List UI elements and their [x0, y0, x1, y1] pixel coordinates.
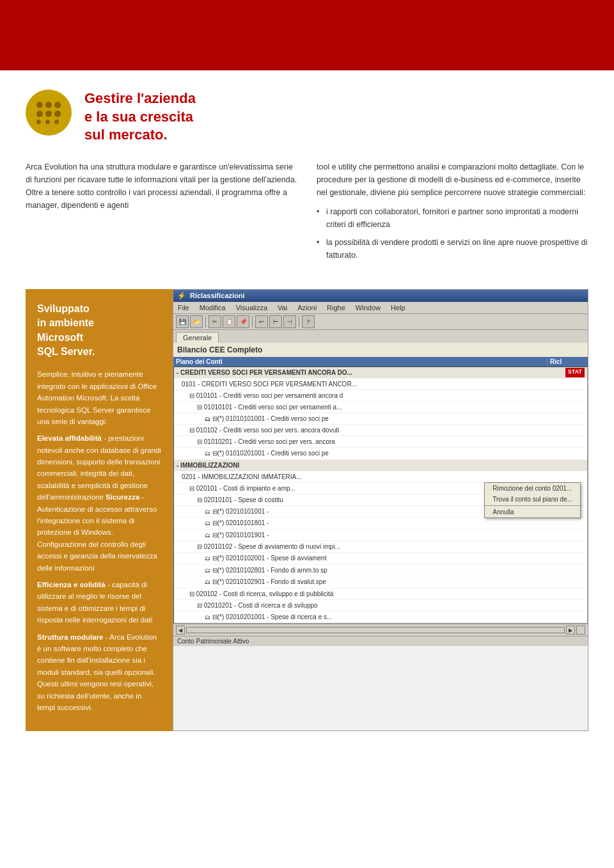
term-4: Struttura modulare: [37, 633, 104, 641]
logo-dot: [36, 111, 43, 117]
tree-row: 0201 - IMMOBILIZZAZIONI IMMATERIA...: [174, 471, 587, 483]
tab-generale[interactable]: Generale: [176, 332, 219, 343]
logo-dot: [54, 111, 61, 117]
toolbar-cut[interactable]: ✂: [209, 315, 221, 328]
term-2: Sicurezza: [106, 493, 139, 501]
tree-row: 🗂 ⊟(*) 02010102801 - Fondo di amm.to sp: [174, 565, 587, 577]
tree-row: ⊟ 02010201 - Costi di ricerca e di svilu…: [174, 600, 587, 612]
main-content: Gestire l'azienda e la sua crescita sul …: [0, 70, 614, 750]
sviluppato-para3: Struttura modulare - Arca Evolution è un…: [37, 631, 161, 714]
scrollbar-thumb[interactable]: [186, 627, 565, 633]
tree-row: ⊟ 010102 - Crediti verso soci per vers. …: [174, 425, 587, 436]
bottom-section: Sviluppatoin ambienteMicrosoftSQL Server…: [26, 289, 588, 732]
paragraph-1: Arca Evolution ha una struttura modulare…: [26, 161, 297, 212]
logo-dot: [36, 102, 43, 108]
window-menubar: File Modifica Visualizza Vai Azioni Righ…: [173, 302, 588, 314]
column-header-ricl: Ricl: [547, 358, 585, 365]
tree-area[interactable]: - CREDITI VERSO SOCI PER VERSAMENTI ANCO…: [173, 367, 588, 624]
toolbar-copy[interactable]: 📋: [223, 315, 235, 328]
context-menu-item-rimozione[interactable]: Rimozione del conto 0201...: [485, 483, 580, 494]
menu-help[interactable]: Help: [389, 303, 407, 312]
tree-row: 🗂 ⊟(*) 02010201001 - Spese di ricerca e …: [174, 612, 587, 624]
page-title: Gestire l'azienda e la sua crescita sul …: [84, 90, 196, 145]
scroll-corner: [576, 626, 585, 635]
context-menu-item-annulla[interactable]: Annulla: [485, 507, 580, 517]
sviluppato-box: Sviluppatoin ambienteMicrosoftSQL Server…: [26, 289, 173, 732]
sviluppato-heading: Sviluppatoin ambienteMicrosoftSQL Server…: [37, 302, 161, 359]
tree-row: ⊟ 01010101 - Crediti verso soci per vers…: [174, 402, 587, 413]
tree-row: ⊟ 020102 - Costi di ricerca, sviluppo e …: [174, 588, 587, 600]
menu-azioni[interactable]: Azioni: [295, 303, 319, 312]
toolbar-undo[interactable]: ↩: [255, 315, 268, 328]
table-header: Piano dei Conti Ricl: [173, 357, 588, 367]
bullet-list: i rapporti con collaboratori, fornitori …: [317, 205, 588, 262]
scrollbar-area: ◀ ▶: [173, 624, 588, 636]
sviluppato-intro: Semplice, intuitivo e pienamente integra…: [37, 368, 161, 427]
toolbar-nav1[interactable]: ⊢: [269, 315, 282, 328]
toolbar-separator: [205, 316, 206, 327]
tree-wrapper: - CREDITI VERSO SOCI PER VERSAMENTI ANCO…: [173, 367, 588, 624]
toolbar-nav2[interactable]: ⊣: [283, 315, 296, 328]
logo-dot: [45, 120, 50, 124]
context-menu-separator: [485, 505, 580, 506]
window-toolbar: 💾 📂 ✂ 📋 📌 ↩ ⊢ ⊣ ?: [173, 314, 588, 330]
context-menu-item-trova[interactable]: Trova il conto sul piano de...: [485, 494, 580, 505]
window-title: Riclassificazioni: [190, 292, 245, 299]
tree-row: 🗂 ⊟(*) 01010101001 - Crediti verso soci …: [174, 413, 587, 425]
menu-modifica[interactable]: Modifica: [198, 303, 228, 312]
menu-righe[interactable]: Righe: [325, 303, 347, 312]
tree-row: 🗂 ⊟(*) 02010102901 - Fondo di svalut.spe: [174, 576, 587, 588]
text-col-right: tool e utility che permettono analisi e …: [317, 161, 588, 267]
stat-badge: STAT: [565, 368, 585, 377]
window-titlebar: ⚡ Riclassificazioni: [173, 290, 588, 302]
tree-row: 🗂 ⊟(*) 02010101901 -: [174, 530, 587, 542]
section-title: Bilancio CEE Completo: [173, 343, 588, 357]
logo-dot: [54, 120, 59, 124]
bullet-item-1: i rapporti con collaboratori, fornitori …: [317, 205, 588, 231]
tree-row: - IMMOBILIZZAZIONI: [174, 460, 587, 471]
window-body: Bilancio CEE Completo Piano dei Conti Ri…: [173, 343, 588, 647]
header-section: Gestire l'azienda e la sua crescita sul …: [26, 90, 588, 145]
app-window: ⚡ Riclassificazioni File Modifica Visual…: [173, 289, 588, 732]
text-col-left: Arca Evolution ha una struttura modulare…: [26, 161, 297, 267]
text-columns: Arca Evolution ha una struttura modulare…: [26, 161, 588, 267]
tree-row: 0101 - CREDITI VERSO SOCI PER VERSAMENTI…: [174, 379, 587, 390]
tree-row: 🗂 ⊟(*) 01010201001 - Crediti verso soci …: [174, 448, 587, 460]
tree-row: 🗂 ⊟(*) 02010102001 - Spese di avviament: [174, 553, 587, 565]
status-text: Conto Patrimoniale Attivo: [177, 638, 249, 645]
logo-dot: [36, 120, 41, 124]
tree-row: ⊟ 01010201 - Crediti verso soci per vers…: [174, 436, 587, 448]
sviluppato-para2: Efficienza e solidità - capacità di util…: [37, 579, 161, 626]
tree-row: ⊟ 010101 - Crediti verso soci per versam…: [174, 390, 587, 402]
toolbar-separator-3: [299, 316, 299, 327]
logo-circle: [26, 90, 72, 136]
app-icon: ⚡: [177, 292, 186, 300]
logo-dots: [36, 102, 61, 124]
logo-dot: [45, 111, 52, 117]
scroll-left[interactable]: ◀: [176, 626, 185, 635]
context-menu: Rimozione del conto 0201... Trova il con…: [484, 482, 581, 518]
logo-dot: [54, 102, 61, 108]
main-heading: Gestire l'azienda e la sua crescita sul …: [84, 90, 196, 145]
scroll-right[interactable]: ▶: [566, 626, 575, 635]
tree-row: - CREDITI VERSO SOCI PER VERSAMENTI ANCO…: [174, 367, 587, 379]
column-header-piano: Piano dei Conti: [176, 358, 547, 365]
toolbar-open[interactable]: 📂: [190, 315, 203, 328]
toolbar-save[interactable]: 💾: [176, 315, 189, 328]
menu-visualizza[interactable]: Visualizza: [234, 303, 269, 312]
term-3: Efficienza e solidità: [37, 581, 106, 588]
menu-vai[interactable]: Vai: [276, 303, 289, 312]
status-bar: Conto Patrimoniale Attivo: [173, 636, 588, 646]
left-column: Gestire l'azienda e la sua crescita sul …: [26, 90, 588, 731]
tree-row: ⊟ 02010102 - Spese di avviamento di nuov…: [174, 541, 587, 553]
top-banner: [0, 0, 614, 70]
menu-window[interactable]: Window: [354, 303, 382, 312]
sviluppato-para1: Elevata affidabilità - prestazioni notev…: [37, 432, 161, 574]
toolbar-help[interactable]: ?: [302, 315, 315, 328]
tree-row: 🗂 ⊟(*) 02010101801 -: [174, 517, 587, 530]
term-1: Elevata affidabilità: [37, 434, 102, 442]
toolbar-paste[interactable]: 📌: [237, 315, 249, 328]
tab-area: Generale: [173, 330, 588, 343]
bullet-item-2: la possibilità di vendere prodotti e ser…: [317, 236, 588, 262]
menu-file[interactable]: File: [176, 303, 191, 312]
